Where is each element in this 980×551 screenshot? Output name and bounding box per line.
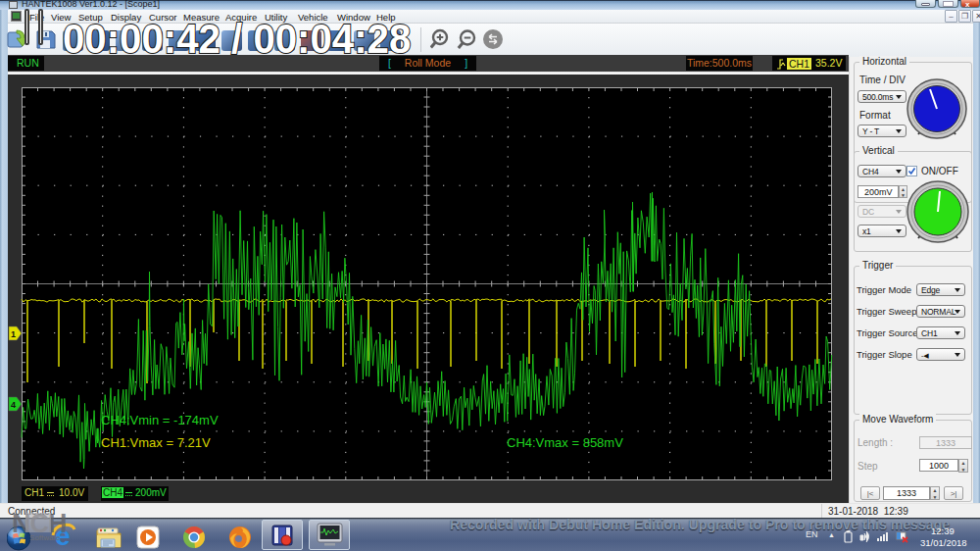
svg-text:CH1:Vmax = 7.21V: CH1:Vmax = 7.21V	[101, 435, 211, 450]
svg-text:CH4:Vmax = 858mV: CH4:Vmax = 858mV	[507, 435, 623, 450]
svg-text:CH4:Vmin = -174mV: CH4:Vmin = -174mV	[101, 413, 219, 427]
svg-text:4: 4	[11, 400, 16, 410]
svg-text:1: 1	[11, 329, 16, 339]
